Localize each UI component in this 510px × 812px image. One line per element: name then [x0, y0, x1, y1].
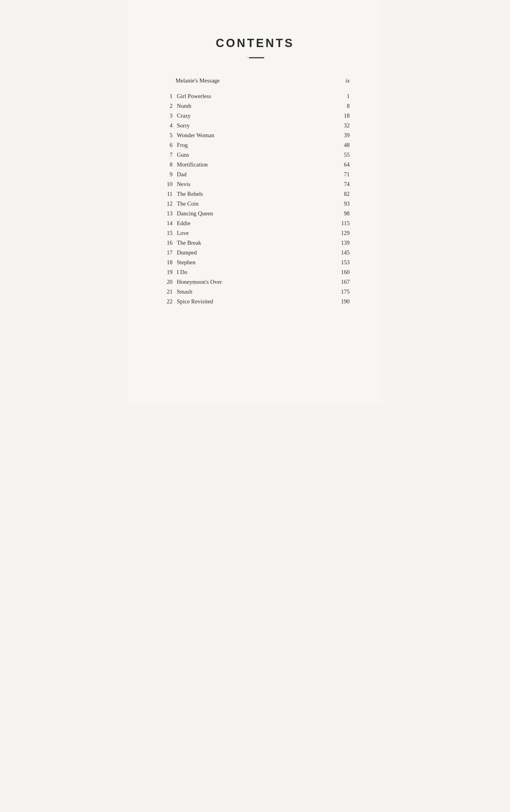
chapter-title: Stephen [173, 259, 337, 266]
chapter-number: 19 [160, 269, 173, 276]
chapter-number: 18 [160, 259, 173, 266]
chapter-number: 15 [160, 230, 173, 236]
page: CONTENTS ~ Melanie's Message ix 1Girl Po… [128, 0, 383, 406]
table-row: 11The Rebels82 [160, 189, 350, 199]
chapter-title: Smash [173, 288, 337, 295]
chapter-number: 17 [160, 249, 173, 256]
table-row: 4Sorry32 [160, 121, 350, 130]
chapter-number: 12 [160, 200, 173, 207]
page-title: CONTENTS [152, 37, 358, 50]
chapter-number: 6 [160, 142, 173, 148]
chapter-title: The Rebels [173, 191, 337, 197]
table-row: 20Honeymoon's Over167 [160, 277, 350, 287]
deco-squiggle: ~ [246, 55, 248, 60]
table-row: 21Smash175 [160, 287, 350, 297]
table-row: 6Frog48 [160, 140, 350, 150]
chapter-page: 190 [337, 298, 350, 305]
chapter-number: 3 [160, 112, 173, 119]
chapter-page: 98 [337, 210, 350, 217]
table-row: 17Dumped145 [160, 248, 350, 258]
chapter-title: Crazy [173, 112, 337, 119]
chapter-title: Girl Powerless [173, 93, 337, 99]
chapter-number: 13 [160, 210, 173, 217]
table-row: 16The Break139 [160, 238, 350, 248]
chapter-page: 153 [337, 259, 350, 266]
chapter-page: 55 [337, 151, 350, 158]
chapter-page: 93 [337, 200, 350, 207]
chapter-page: 129 [337, 230, 350, 236]
chapter-title: Love [173, 230, 337, 236]
chapter-number: 20 [160, 279, 173, 285]
chapter-title: Honeymoon's Over [173, 279, 337, 285]
chapter-number: 11 [160, 191, 173, 197]
table-row: 12The Coin93 [160, 199, 350, 209]
chapter-number: 4 [160, 122, 173, 129]
chapter-page: 18 [337, 112, 350, 119]
chapter-title: Wonder Woman [173, 132, 337, 139]
deco-line [249, 57, 264, 58]
chapter-number: 14 [160, 220, 173, 227]
chapter-number: 9 [160, 171, 173, 178]
chapter-number: 5 [160, 132, 173, 139]
chapters-container: 1Girl Powerless12Numb83Crazy184Sorry325W… [160, 91, 350, 307]
chapter-page: 175 [337, 288, 350, 295]
table-row: 9Dad71 [160, 170, 350, 179]
table-row: 14Eddie115 [160, 219, 350, 228]
contents-table: Melanie's Message ix 1Girl Powerless12Nu… [160, 76, 350, 307]
chapter-title: Spice Revisited [173, 298, 337, 305]
table-row: 3Crazy18 [160, 111, 350, 121]
table-row: 19I Do160 [160, 267, 350, 277]
chapter-page: 71 [337, 171, 350, 178]
chapter-number: 16 [160, 239, 173, 246]
chapter-title: I Do [173, 269, 337, 276]
chapter-number: 21 [160, 288, 173, 295]
chapter-number: 22 [160, 298, 173, 305]
title-section: CONTENTS ~ [152, 37, 358, 60]
chapter-number: 1 [160, 93, 173, 99]
chapter-page: 8 [337, 103, 350, 109]
chapter-page: 48 [337, 142, 350, 148]
prelim-title: Melanie's Message [160, 77, 219, 84]
chapter-page: 39 [337, 132, 350, 139]
chapter-title: Dad [173, 171, 337, 178]
table-row: 10Nevis74 [160, 179, 350, 189]
chapter-title: Dancing Queen [173, 210, 337, 217]
chapter-page: 1 [337, 93, 350, 99]
table-row: 5Wonder Woman39 [160, 130, 350, 140]
chapter-page: 32 [337, 122, 350, 129]
table-row: 2Numb8 [160, 101, 350, 111]
chapter-title: The Break [173, 239, 337, 246]
table-row: 7Guns55 [160, 150, 350, 160]
table-row: 15Love129 [160, 228, 350, 238]
prelim-page: ix [346, 77, 350, 84]
chapter-number: 10 [160, 181, 173, 187]
chapter-title: Numb [173, 103, 337, 109]
table-row: 22Spice Revisited190 [160, 297, 350, 307]
chapter-title: Eddie [173, 220, 337, 227]
title-decoration: ~ [152, 55, 358, 60]
chapter-number: 7 [160, 151, 173, 158]
chapter-page: 145 [337, 249, 350, 256]
chapter-page: 139 [337, 239, 350, 246]
chapter-number: 8 [160, 161, 173, 168]
chapter-title: The Coin [173, 200, 337, 207]
chapter-title: Guns [173, 151, 337, 158]
chapter-title: Sorry [173, 122, 337, 129]
chapter-page: 160 [337, 269, 350, 276]
chapter-page: 82 [337, 191, 350, 197]
table-row: 18Stephen153 [160, 258, 350, 267]
chapter-page: 167 [337, 279, 350, 285]
table-row: 1Girl Powerless1 [160, 91, 350, 101]
chapter-page: 64 [337, 161, 350, 168]
chapter-number: 2 [160, 103, 173, 109]
table-row: 8Mortification64 [160, 160, 350, 170]
chapter-title: Frog [173, 142, 337, 148]
table-row: 13Dancing Queen98 [160, 209, 350, 219]
prelim-row: Melanie's Message ix [160, 76, 350, 86]
chapter-title: Dumped [173, 249, 337, 256]
chapter-page: 115 [337, 220, 350, 227]
chapter-title: Mortification [173, 161, 337, 168]
chapter-title: Nevis [173, 181, 337, 187]
chapter-page: 74 [337, 181, 350, 187]
